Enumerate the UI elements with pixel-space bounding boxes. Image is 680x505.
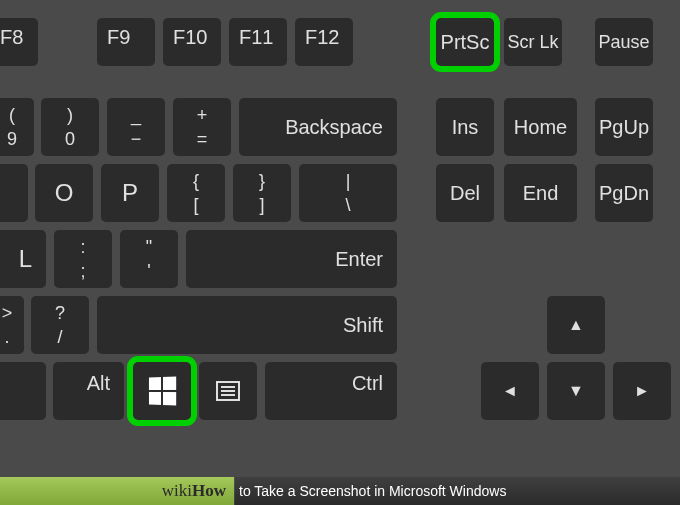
key-windows[interactable]: [133, 362, 191, 420]
key-f11[interactable]: F11: [229, 18, 287, 66]
key-scrlk[interactable]: Scr Lk: [504, 18, 562, 66]
key-ctrl[interactable]: Ctrl: [265, 362, 397, 420]
key-label: PgDn: [599, 182, 649, 205]
key-ins[interactable]: Ins: [436, 98, 494, 156]
key-shift[interactable]: Shift: [97, 296, 397, 354]
key-label: PrtSc: [441, 31, 490, 54]
key-9[interactable]: ( 9: [0, 98, 34, 156]
left-arrow-icon: ◄: [502, 382, 518, 400]
key-label: Ctrl: [352, 372, 383, 395]
key-upper: }: [259, 172, 265, 190]
key-label: F8: [0, 26, 23, 49]
key-minus[interactable]: _ −: [107, 98, 165, 156]
key-lower: =: [197, 130, 208, 148]
keyboard-diagram: F8 F9 F10 F11 F12 PrtSc Scr Lk Pause ( 9…: [0, 0, 680, 505]
key-lower: 0: [65, 130, 75, 148]
key-del[interactable]: Del: [436, 164, 494, 222]
key-upper: {: [193, 172, 199, 190]
key-pgdn[interactable]: PgDn: [595, 164, 653, 222]
key-rbracket[interactable]: } ]: [233, 164, 291, 222]
wikihow-logo: wikiHow: [162, 481, 226, 501]
caption-title: to Take a Screenshot in Microsoft Window…: [234, 477, 680, 505]
key-lower: −: [131, 130, 142, 148]
key-menu[interactable]: [199, 362, 257, 420]
key-enter[interactable]: Enter: [186, 230, 397, 288]
key-label: End: [523, 182, 559, 205]
caption-text: to Take a Screenshot in Microsoft Window…: [239, 483, 506, 499]
caption-brand: wikiHow: [0, 477, 234, 505]
key-alt[interactable]: Alt: [53, 362, 124, 420]
key-slash[interactable]: ? /: [31, 296, 89, 354]
key-f12[interactable]: F12: [295, 18, 353, 66]
key-home[interactable]: Home: [504, 98, 577, 156]
key-label: Enter: [335, 248, 383, 271]
key-0[interactable]: ) 0: [41, 98, 99, 156]
key-label: F10: [173, 26, 207, 49]
key-upper: ): [67, 106, 73, 124]
windows-icon: [149, 376, 176, 405]
key-f10[interactable]: F10: [163, 18, 221, 66]
key-tab-partial[interactable]: [0, 164, 28, 222]
key-lower: 9: [7, 130, 17, 148]
key-label: Ins: [452, 116, 479, 139]
key-upper: +: [197, 106, 208, 124]
key-label: Shift: [343, 314, 383, 337]
key-label: F12: [305, 26, 339, 49]
key-label: Alt: [87, 372, 110, 395]
key-arrow-up[interactable]: ▲: [547, 296, 605, 354]
menu-icon: [216, 381, 240, 401]
key-label: PgUp: [599, 116, 649, 139]
key-upper: :: [80, 238, 85, 256]
key-arrow-right[interactable]: ►: [613, 362, 671, 420]
key-lower: [: [193, 196, 198, 214]
key-label: F11: [239, 26, 273, 49]
up-arrow-icon: ▲: [568, 316, 584, 334]
caption-bar: wikiHow to Take a Screenshot in Microsof…: [0, 477, 680, 505]
key-lower: /: [57, 328, 62, 346]
key-lower: .: [4, 328, 9, 346]
key-upper: >: [2, 304, 13, 322]
key-lower: ]: [259, 196, 264, 214]
key-semicolon[interactable]: : ;: [54, 230, 112, 288]
key-label: Home: [514, 116, 567, 139]
key-label: Scr Lk: [507, 32, 558, 53]
key-label: P: [122, 179, 138, 207]
key-prtsc[interactable]: PrtSc: [436, 18, 494, 66]
key-lower: ;: [80, 262, 85, 280]
key-pause[interactable]: Pause: [595, 18, 653, 66]
key-upper: ": [146, 238, 152, 256]
key-lower: ': [147, 262, 150, 280]
key-quote[interactable]: " ': [120, 230, 178, 288]
right-arrow-icon: ►: [634, 382, 650, 400]
key-backslash[interactable]: | \: [299, 164, 397, 222]
key-equals[interactable]: + =: [173, 98, 231, 156]
key-f9[interactable]: F9: [97, 18, 155, 66]
key-label: O: [55, 179, 74, 207]
key-lbracket[interactable]: { [: [167, 164, 225, 222]
down-arrow-icon: ▼: [568, 382, 584, 400]
key-upper: _: [131, 106, 141, 124]
key-label: Backspace: [285, 116, 383, 139]
key-arrow-down[interactable]: ▼: [547, 362, 605, 420]
key-lower: \: [345, 196, 350, 214]
key-arrow-left[interactable]: ◄: [481, 362, 539, 420]
key-end[interactable]: End: [504, 164, 577, 222]
key-label: F9: [107, 26, 130, 49]
key-period[interactable]: > .: [0, 296, 24, 354]
key-label: L: [19, 245, 32, 273]
key-upper: (: [9, 106, 15, 124]
key-pgup[interactable]: PgUp: [595, 98, 653, 156]
key-f8[interactable]: F8: [0, 18, 38, 66]
key-ctrl-left-partial[interactable]: [0, 362, 46, 420]
key-upper: |: [346, 172, 351, 190]
key-label: Del: [450, 182, 480, 205]
key-l[interactable]: L: [0, 230, 46, 288]
key-label: Pause: [598, 32, 649, 53]
key-p[interactable]: P: [101, 164, 159, 222]
key-backspace[interactable]: Backspace: [239, 98, 397, 156]
key-o[interactable]: O: [35, 164, 93, 222]
key-upper: ?: [55, 304, 65, 322]
